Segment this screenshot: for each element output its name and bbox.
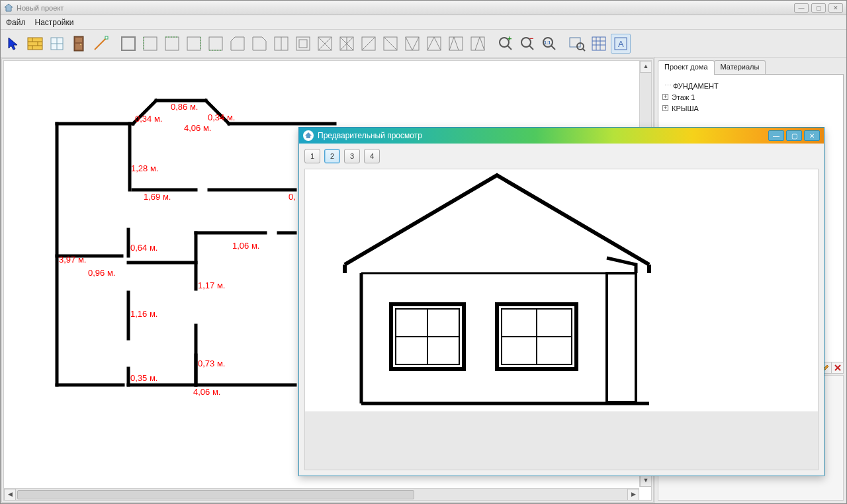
preview-window: Предварительный просмотр — ▢ ✕ 1 2 3 4 (298, 127, 825, 476)
maximize-button[interactable]: ▢ (811, 3, 826, 13)
shape-diag-r[interactable] (380, 34, 400, 54)
dim-label: 0, (289, 192, 296, 202)
svg-line-42 (406, 37, 412, 50)
svg-marker-1 (9, 38, 17, 50)
shape-v-l[interactable] (402, 34, 422, 54)
shape-a-l[interactable] (446, 34, 466, 54)
svg-text:A: A (618, 39, 624, 49)
preview-minimize-button[interactable]: — (768, 130, 784, 141)
menu-settings[interactable]: Настройки (35, 18, 74, 27)
dim-label: 0,64 м. (130, 243, 157, 253)
svg-text:−: − (529, 36, 533, 42)
scroll-left-button[interactable]: ◀ (4, 489, 16, 501)
view-4-button[interactable]: 4 (364, 149, 380, 163)
door-tool[interactable] (69, 34, 89, 54)
svg-rect-12 (75, 38, 82, 42)
preview-icon (303, 130, 314, 141)
svg-line-45 (427, 37, 434, 50)
svg-line-51 (475, 37, 480, 50)
shape-rect-dash-l[interactable] (140, 34, 160, 54)
close-button[interactable]: ✕ (828, 3, 843, 13)
shape-rect[interactable] (118, 34, 138, 54)
dim-label: 1,16 м. (130, 309, 157, 319)
shape-v-r[interactable] (424, 34, 444, 54)
menubar: Файл Настройки (1, 15, 846, 30)
tree-node-floor1[interactable]: + Этаж 1 (662, 91, 839, 103)
toolbar: + − 1:1 A (1, 30, 846, 58)
main-title: Новый проект (17, 4, 64, 12)
shape-split-v[interactable] (271, 34, 291, 54)
svg-rect-16 (105, 36, 108, 39)
shape-cut-tl[interactable] (228, 34, 247, 54)
svg-rect-17 (122, 37, 135, 50)
menu-file[interactable]: Файл (6, 18, 26, 27)
preview-titlebar[interactable]: Предварительный просмотр — ▢ ✕ (299, 128, 824, 144)
svg-line-54 (508, 46, 512, 50)
scroll-right-button[interactable]: ▶ (627, 489, 639, 501)
tab-materials[interactable]: Материалы (714, 60, 766, 75)
minimize-button[interactable]: — (794, 3, 809, 13)
svg-rect-62 (570, 38, 580, 47)
grid-toggle-button[interactable] (589, 34, 609, 54)
view-2-button[interactable]: 2 (324, 149, 340, 163)
view-3-button[interactable]: 3 (344, 149, 360, 163)
dim-label: 0,34 м. (208, 112, 235, 122)
dim-label: 0,96 м. (88, 268, 115, 278)
wall-tool[interactable] (25, 34, 45, 54)
tree-label: Этаж 1 (672, 93, 695, 101)
view-1-button[interactable]: 1 (304, 149, 320, 163)
svg-line-46 (434, 37, 441, 50)
zoom-window-button[interactable] (567, 34, 587, 54)
dim-label: 1,69 м. (144, 192, 171, 202)
svg-rect-29 (299, 40, 307, 48)
svg-text:1:1: 1:1 (544, 40, 551, 45)
shape-diag-l[interactable] (359, 34, 379, 54)
scroll-down-button[interactable]: ▼ (640, 475, 652, 487)
tree-node-foundation[interactable]: ⋯ ФУНДАМЕНТ (662, 80, 839, 91)
svg-line-52 (480, 37, 484, 50)
svg-rect-24 (209, 37, 222, 50)
pointer-tool[interactable] (3, 34, 23, 54)
svg-rect-101 (607, 273, 636, 402)
shape-a-r[interactable] (468, 34, 488, 54)
dim-label: 1,28 м. (131, 163, 158, 173)
scroll-up-button[interactable]: ▲ (640, 61, 652, 73)
svg-line-43 (412, 37, 419, 50)
preview-canvas[interactable] (304, 169, 819, 470)
shape-rect-dash-t[interactable] (162, 34, 182, 54)
svg-marker-95 (305, 132, 312, 138)
tab-project[interactable]: Проект дома (658, 60, 715, 75)
preview-maximize-button[interactable]: ▢ (786, 130, 802, 141)
window-tool[interactable] (47, 34, 67, 54)
preview-close-button[interactable]: ✕ (804, 130, 820, 141)
main-titlebar: Новый проект — ▢ ✕ (1, 1, 846, 15)
shape-x[interactable] (315, 34, 335, 54)
dim-label: 0,86 м. (171, 102, 198, 112)
zoom-in-button[interactable]: + (496, 34, 515, 54)
tree-label: КРЫША (672, 105, 699, 112)
annotation-toggle-button[interactable]: A (611, 34, 631, 54)
tree-node-roof[interactable]: + КРЫША (662, 103, 839, 114)
svg-rect-41 (406, 37, 419, 50)
zoom-out-button[interactable]: − (517, 34, 537, 54)
expand-icon[interactable]: + (662, 94, 668, 100)
scroll-thumb[interactable] (17, 490, 414, 499)
shape-x2[interactable] (337, 34, 357, 54)
svg-line-40 (384, 37, 397, 50)
line-tool[interactable] (91, 34, 111, 54)
delete-button[interactable] (832, 362, 844, 374)
shape-rect-dash-b[interactable] (206, 34, 226, 54)
expand-icon[interactable]: + (662, 105, 668, 111)
zoom-11-button[interactable]: 1:1 (539, 34, 559, 54)
svg-rect-2 (28, 38, 42, 50)
svg-line-48 (449, 37, 454, 50)
shape-rect-dash-r[interactable] (184, 34, 204, 54)
app-icon (4, 3, 13, 13)
shape-frame[interactable] (293, 34, 313, 54)
preview-bottom-strip (305, 411, 818, 470)
shape-cut-tr[interactable] (249, 34, 269, 54)
svg-rect-28 (296, 37, 310, 50)
tree-label: ФУНДАМЕНТ (673, 82, 719, 90)
dim-label: 1,17 м. (198, 280, 225, 290)
horizontal-scrollbar[interactable]: ◀ ▶ (4, 488, 639, 500)
